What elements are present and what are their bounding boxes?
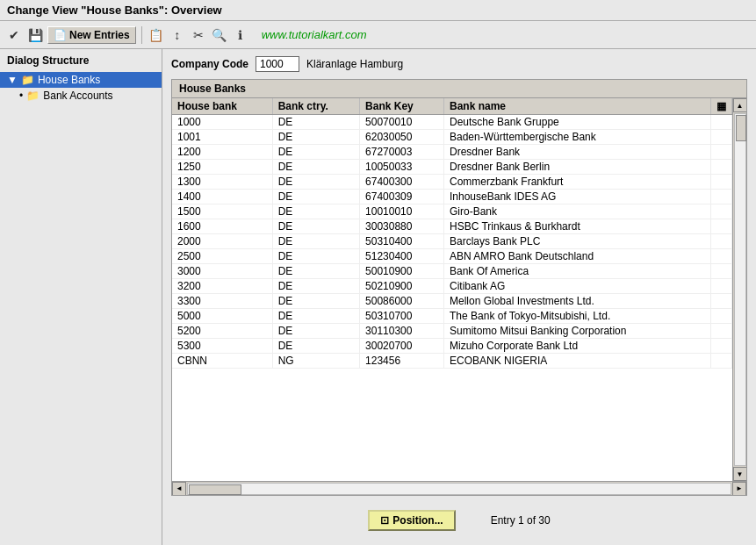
cell-4-1: DE bbox=[272, 175, 359, 190]
cell-13-0: 5000 bbox=[172, 309, 272, 324]
cell-1-1: DE bbox=[272, 130, 359, 145]
position-button-label: Position... bbox=[392, 514, 443, 527]
horizontal-scrollbar[interactable]: ◄ ► bbox=[172, 481, 746, 495]
table-row[interactable]: 2500DE51230400ABN AMRO Bank Deutschland bbox=[172, 249, 732, 264]
table-row[interactable]: 3000DE50010900Bank Of America bbox=[172, 264, 732, 279]
cell-2-1: DE bbox=[272, 145, 359, 160]
content-area: Company Code 1000 Kläranlage Hamburg Hou… bbox=[162, 49, 756, 545]
table-scroll-wrapper: House bank Bank ctry. Bank Key Bank name… bbox=[172, 98, 746, 481]
cell-14-3: Sumitomo Mitsui Banking Corporation bbox=[444, 324, 711, 339]
cell-2-icon bbox=[711, 145, 732, 160]
table-row[interactable]: 1200DE67270003Dresdner Bank bbox=[172, 145, 732, 160]
table-row[interactable]: 5300DE30020700Mizuho Corporate Bank Ltd bbox=[172, 339, 732, 354]
sidebar-house-banks-label: House Banks bbox=[38, 74, 100, 86]
cell-11-icon bbox=[711, 279, 732, 294]
table-row[interactable]: 1250DE10050033Dresdner Bank Berlin bbox=[172, 160, 732, 175]
scroll-up-arrow[interactable]: ▲ bbox=[733, 98, 747, 112]
cell-8-1: DE bbox=[272, 234, 359, 249]
col-bank-ctry: Bank ctry. bbox=[272, 98, 359, 115]
cell-5-0: 1400 bbox=[172, 190, 272, 204]
cell-8-2: 50310400 bbox=[360, 234, 444, 249]
cell-0-2: 50070010 bbox=[360, 115, 444, 130]
cell-8-3: Barclays Bank PLC bbox=[444, 234, 711, 249]
cell-16-1: NG bbox=[272, 354, 359, 369]
watermark: www.tutorialkart.com bbox=[262, 28, 367, 41]
scroll-track[interactable] bbox=[734, 113, 746, 466]
table-row[interactable]: 1500DE10010010Giro-Bank bbox=[172, 204, 732, 219]
cell-4-2: 67400300 bbox=[360, 175, 444, 190]
cell-6-1: DE bbox=[272, 204, 359, 219]
cell-10-1: DE bbox=[272, 264, 359, 279]
entry-info: Entry 1 of 30 bbox=[491, 514, 551, 527]
cell-14-icon bbox=[711, 324, 732, 339]
sidebar: Dialog Structure ▼ 📁 House Banks • 📁 Ban… bbox=[0, 49, 162, 545]
scroll-thumb[interactable] bbox=[736, 115, 746, 141]
cell-8-0: 2000 bbox=[172, 234, 272, 249]
cell-7-icon bbox=[711, 219, 732, 234]
scroll-right-arrow[interactable]: ► bbox=[732, 482, 746, 496]
cell-13-1: DE bbox=[272, 309, 359, 324]
cell-12-1: DE bbox=[272, 294, 359, 309]
cell-1-0: 1001 bbox=[172, 130, 272, 145]
move-icon[interactable]: ↕ bbox=[169, 26, 186, 44]
cell-6-3: Giro-Bank bbox=[444, 204, 711, 219]
cell-13-3: The Bank of Tokyo-Mitsubishi, Ltd. bbox=[444, 309, 711, 324]
cell-15-icon bbox=[711, 339, 732, 354]
scroll-left-arrow[interactable]: ◄ bbox=[172, 482, 186, 496]
col-bank-name: Bank name bbox=[444, 98, 711, 115]
table-row[interactable]: 1000DE50070010Deutsche Bank Gruppe bbox=[172, 115, 732, 130]
h-scroll-thumb[interactable] bbox=[189, 484, 241, 495]
col-house-bank: House bank bbox=[172, 98, 272, 115]
h-scroll-track[interactable] bbox=[187, 483, 731, 495]
sidebar-title: Dialog Structure bbox=[0, 53, 162, 68]
new-entries-button[interactable]: 📄 New Entries bbox=[47, 26, 136, 44]
check-icon[interactable]: ✔ bbox=[5, 26, 23, 44]
cell-5-3: InhouseBank IDES AG bbox=[444, 190, 711, 204]
company-code-value[interactable]: 1000 bbox=[256, 56, 299, 72]
table-row[interactable]: 3200DE50210900Citibank AG bbox=[172, 279, 732, 294]
cell-1-icon bbox=[711, 130, 732, 145]
table-row[interactable]: 2000DE50310400Barclays Bank PLC bbox=[172, 234, 732, 249]
position-button[interactable]: ⊡ Position... bbox=[368, 510, 455, 531]
cell-15-3: Mizuho Corporate Bank Ltd bbox=[444, 339, 711, 354]
info-icon[interactable]: ℹ bbox=[232, 26, 249, 44]
delete-icon[interactable]: ✂ bbox=[190, 26, 207, 44]
table-row[interactable]: 1600DE30030880HSBC Trinkaus & Burkhardt bbox=[172, 219, 732, 234]
sidebar-item-house-banks[interactable]: ▼ 📁 House Banks bbox=[0, 72, 162, 88]
cell-1-2: 62030050 bbox=[360, 130, 444, 145]
cell-16-2: 123456 bbox=[360, 354, 444, 369]
cell-3-0: 1250 bbox=[172, 160, 272, 175]
cell-10-2: 50010900 bbox=[360, 264, 444, 279]
cell-9-icon bbox=[711, 249, 732, 264]
table-row[interactable]: CBNNNG123456ECOBANK NIGERIA bbox=[172, 354, 732, 369]
cell-10-0: 3000 bbox=[172, 264, 272, 279]
cell-0-1: DE bbox=[272, 115, 359, 130]
table-row[interactable]: 1300DE67400300Commerzbank Frankfurt bbox=[172, 175, 732, 190]
table-section-header: House Banks bbox=[172, 80, 746, 98]
cell-5-icon bbox=[711, 190, 732, 204]
cell-5-1: DE bbox=[272, 190, 359, 204]
company-name: Kläranlage Hamburg bbox=[306, 58, 403, 70]
table-row[interactable]: 1001DE62030050Baden-Württembergische Ban… bbox=[172, 130, 732, 145]
copy-icon[interactable]: 📋 bbox=[148, 26, 165, 44]
cell-4-0: 1300 bbox=[172, 175, 272, 190]
cell-13-icon bbox=[711, 309, 732, 324]
detail-icon[interactable]: 🔍 bbox=[211, 26, 228, 44]
table-row[interactable]: 3300DE50086000Mellon Global Investments … bbox=[172, 294, 732, 309]
table-row[interactable]: 1400DE67400309InhouseBank IDES AG bbox=[172, 190, 732, 204]
col-icon[interactable]: ▦ bbox=[711, 98, 732, 115]
vertical-scrollbar[interactable]: ▲ ▼ bbox=[732, 98, 746, 481]
table-row[interactable]: 5200DE30110300Sumitomo Mitsui Banking Co… bbox=[172, 324, 732, 339]
cell-4-icon bbox=[711, 175, 732, 190]
cell-3-1: DE bbox=[272, 160, 359, 175]
cell-10-icon bbox=[711, 264, 732, 279]
cell-2-3: Dresdner Bank bbox=[444, 145, 711, 160]
table-row[interactable]: 5000DE50310700The Bank of Tokyo-Mitsubis… bbox=[172, 309, 732, 324]
cell-15-1: DE bbox=[272, 339, 359, 354]
cell-15-2: 30020700 bbox=[360, 339, 444, 354]
save-icon[interactable]: 💾 bbox=[26, 26, 44, 44]
sidebar-item-bank-accounts[interactable]: • 📁 Bank Accounts bbox=[0, 88, 162, 104]
cell-3-icon bbox=[711, 160, 732, 175]
scroll-down-arrow[interactable]: ▼ bbox=[733, 467, 747, 481]
company-bar: Company Code 1000 Kläranlage Hamburg bbox=[171, 56, 747, 72]
